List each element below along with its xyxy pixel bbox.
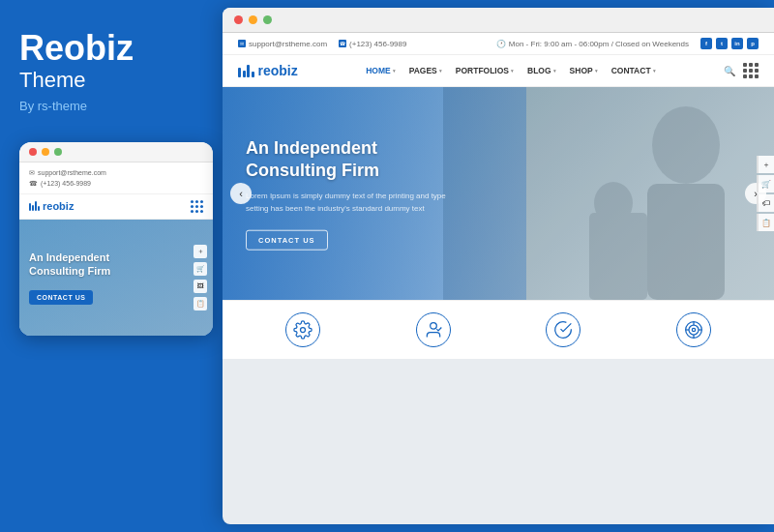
nav-logo-bar-2: [243, 71, 246, 77]
mobile-hero-content: An Independent Consulting Firm CONTACT U…: [29, 251, 110, 305]
email-icon: ✉: [238, 40, 246, 47]
menu-dot: [200, 205, 203, 208]
menu-dot: [191, 205, 194, 208]
nav-logo-bar-4: [252, 72, 254, 77]
brand-by: By rs-theme: [19, 99, 87, 113]
top-info-bar: ✉ support@rstheme.com ☎ (+123) 456-9989 …: [223, 33, 774, 55]
mobile-phone-icon: ☎: [29, 178, 38, 189]
hero-section: An Independent Consulting Firm Lorem Ips…: [223, 87, 774, 300]
grid-icon[interactable]: [743, 63, 759, 78]
mobile-logo-text: reobiz: [43, 200, 74, 212]
hero-title: An Independent Consulting Firm: [246, 137, 446, 181]
grid-dot: [749, 69, 753, 73]
nav-item-home[interactable]: HOME ▾: [366, 66, 396, 75]
nav-item-portfolios[interactable]: PORTFOLIOS ▾: [456, 66, 514, 75]
svg-point-0: [652, 106, 720, 184]
mobile-side-icon-plus[interactable]: ＋: [194, 245, 207, 258]
nav-pages-label: PAGES: [409, 66, 437, 75]
mobile-side-icon-image[interactable]: 🖼: [194, 280, 207, 293]
mobile-cta-button[interactable]: CONTACT US: [29, 290, 93, 305]
mobile-email-text: support@rstheme.com: [38, 167, 106, 178]
twitter-icon[interactable]: t: [716, 38, 728, 49]
menu-dot: [195, 210, 198, 213]
nav-logo-bar-3: [247, 65, 250, 77]
menu-dot: [200, 210, 203, 213]
person-consulting-icon: [416, 312, 451, 347]
grid-dot: [749, 63, 753, 67]
chevron-down-icon: ▾: [595, 68, 598, 74]
grid-dot: [755, 69, 759, 73]
info-right: 🕐 Mon - Fri: 9:00 am - 06:00pm / Closed …: [496, 38, 759, 49]
hero-side-list-icon[interactable]: 📋: [757, 214, 774, 231]
nav-blog-label: BLOG: [527, 66, 551, 75]
hero-side-tag-icon[interactable]: 🏷: [757, 194, 774, 212]
mobile-mockup: ✉ support@rstheme.com ☎ (+123) 456-9989 …: [19, 142, 213, 336]
left-panel: Reobiz Theme By rs-theme ✉ support@rsthe…: [0, 0, 223, 532]
mobile-phone-line: ☎ (+123) 456-9989: [29, 178, 203, 189]
settings-gear-icon: [285, 312, 320, 347]
brand-subtitle: Theme: [19, 68, 85, 93]
facebook-icon[interactable]: f: [700, 38, 712, 49]
browser-chrome: [223, 8, 774, 33]
mobile-logo: reobiz: [29, 200, 74, 212]
mobile-dot-yellow: [42, 148, 49, 156]
mobile-logo-icon: [29, 201, 40, 211]
menu-dot: [191, 210, 194, 213]
mobile-email-icon: ✉: [29, 167, 35, 178]
logo-bar-2: [32, 205, 34, 211]
grid-dot: [749, 74, 753, 78]
nav-logo-bar-1: [238, 68, 241, 77]
hero-side-plus-icon[interactable]: ＋: [757, 156, 774, 173]
website-content: ✉ support@rstheme.com ☎ (+123) 456-9989 …: [223, 33, 774, 524]
logo-bar-1: [29, 203, 31, 211]
chevron-down-icon: ▾: [511, 68, 514, 74]
pinterest-icon[interactable]: p: [747, 38, 759, 49]
mobile-side-icon-list[interactable]: 📋: [194, 297, 207, 310]
nav-contact-label: CONTACT: [611, 66, 651, 75]
carousel-prev-button[interactable]: ‹: [230, 183, 252, 204]
mobile-dot-green: [54, 148, 62, 156]
hero-subtitle: Lorem Ipsum is simply dummy text of the …: [246, 191, 446, 216]
mobile-sidebar-icons: ＋ 🛒 🖼 📋: [194, 245, 207, 310]
email-text: support@rstheme.com: [249, 40, 327, 48]
phone-icon: ☎: [339, 40, 346, 47]
nav-logo[interactable]: reobiz: [238, 63, 298, 78]
svg-point-5: [430, 323, 436, 330]
hero-side-cart-icon[interactable]: 🛒: [757, 175, 774, 192]
grid-dot: [743, 63, 747, 67]
mobile-hero-title: An Independent Consulting Firm: [29, 251, 110, 279]
chevron-down-icon: ▾: [393, 68, 396, 74]
browser-dot-red: [234, 15, 243, 24]
nav-item-contact[interactable]: CONTACT ▾: [611, 66, 656, 75]
mobile-side-icon-cart[interactable]: 🛒: [194, 262, 207, 276]
linkedin-icon[interactable]: in: [731, 38, 743, 49]
phone-info: ☎ (+123) 456-9989: [339, 40, 406, 48]
search-icon[interactable]: 🔍: [724, 66, 735, 76]
mobile-phone-text: (+123) 456-9989: [41, 178, 91, 189]
browser-dot-yellow: [249, 15, 257, 24]
nav-shop-label: SHOP: [570, 66, 593, 75]
hero-cta-button[interactable]: CONTACT US: [246, 229, 328, 250]
nav-item-pages[interactable]: PAGES ▾: [409, 66, 442, 75]
grid-dot: [755, 63, 759, 67]
chevron-down-icon: ▾: [439, 68, 442, 74]
mobile-hamburger-icon[interactable]: [191, 200, 203, 213]
logo-bar-4: [38, 206, 40, 211]
browser-dot-green: [263, 15, 272, 24]
svg-point-4: [301, 328, 306, 333]
svg-point-8: [692, 328, 695, 331]
mobile-nav: reobiz: [19, 194, 213, 220]
nav-item-shop[interactable]: SHOP ▾: [570, 66, 598, 75]
mobile-info-bar: ✉ support@rstheme.com ☎ (+123) 456-9989: [19, 163, 213, 194]
nav-home-label: HOME: [366, 66, 391, 75]
service-item-consulting: [416, 312, 451, 347]
svg-rect-1: [647, 184, 725, 300]
grid-dot: [755, 74, 759, 78]
svg-point-7: [689, 325, 699, 335]
menu-dot: [195, 205, 198, 208]
hero-side-icons: ＋ 🛒 🏷 📋: [757, 156, 774, 231]
checkmark-icon: [546, 312, 580, 347]
clock-icon: 🕐: [496, 40, 506, 48]
grid-dot: [743, 74, 747, 78]
nav-item-blog[interactable]: BLOG ▾: [527, 66, 556, 75]
